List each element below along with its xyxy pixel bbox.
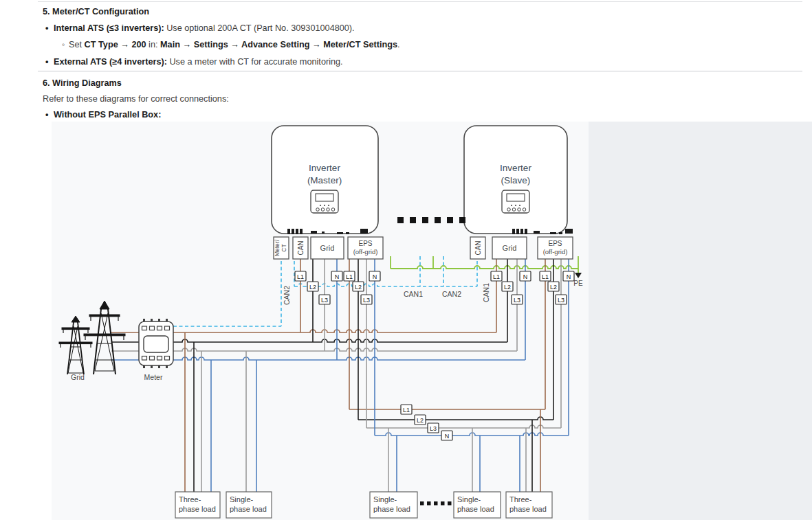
inverter-terminal-mark (512, 229, 515, 234)
conductor-tag-text: L2 (355, 284, 362, 291)
inverter-name: Inverter (500, 163, 531, 173)
conductor-tag: L2 (415, 415, 426, 425)
load-label-2: phase load (457, 505, 494, 513)
conductor-tag: L3 (512, 295, 523, 304)
load-label-1: Single- (457, 495, 481, 504)
conductor-tag: L3 (556, 295, 567, 304)
bullet-marker: • (45, 23, 54, 33)
ellipsis-dot (422, 217, 428, 223)
inverter-terminal-mark (322, 231, 325, 234)
conductor-tag-text: L1 (403, 407, 410, 414)
meter-port (150, 326, 155, 330)
port-can-label: CAN (474, 240, 482, 255)
load-boxes: Three- phase load Single- phase load Sin… (175, 492, 552, 518)
pe-label: PE (573, 280, 583, 287)
bullet-external-ats: •External ATS (≥4 inverters): Use a mete… (45, 57, 343, 67)
conductor-tag-text: L3 (321, 297, 328, 304)
load-label-1: Three- (509, 495, 532, 504)
inverter-terminal-mark (525, 229, 527, 234)
ellipsis-dots (397, 217, 465, 506)
bullet-text: Use a meter with CT for accurate monitor… (167, 57, 343, 67)
inverter-terminal-mark (516, 229, 519, 234)
inverter-terminal-mark (534, 231, 540, 234)
conductor-tag-text: L3 (558, 297, 564, 304)
tower-arm (62, 328, 89, 330)
tower-insulators (91, 317, 118, 321)
conductor-tag: L1 (295, 271, 306, 281)
load-label-1: Three- (179, 495, 201, 504)
sub-text-1: Set (69, 40, 85, 49)
inverter-slave: Inverter (Slave) (464, 126, 567, 234)
bullet-bold-text: Internal ATS (≤3 inverters): (54, 23, 164, 33)
load-label-2: phase load (179, 505, 216, 513)
meter-port (157, 326, 162, 330)
section-divider (38, 71, 802, 71)
display-dot (515, 205, 516, 206)
tower-arm (89, 315, 120, 317)
conductor-tag: N (563, 271, 574, 281)
meter-screen (144, 336, 168, 352)
section6-heading: 6. Wiring Diagrams (43, 78, 122, 88)
inverter-terminal-mark (565, 229, 573, 234)
meter-label: Meter (144, 373, 163, 381)
conductor-tag-text: L2 (417, 417, 424, 424)
conductor-tag-text: L2 (504, 284, 511, 291)
meter-port (157, 357, 162, 361)
conductor-tag-text: N (335, 273, 340, 280)
grid-label: Grid (71, 373, 85, 381)
conductor-tag-text: N (567, 273, 571, 280)
port-eps-label-2: (off-grid) (543, 248, 568, 256)
conductor-tag-text: L1 (346, 273, 353, 280)
ellipsis-dot (441, 501, 445, 506)
port-eps-label-1: EPS (548, 240, 562, 247)
load-label-2: phase load (230, 505, 267, 513)
meter-port (150, 357, 155, 361)
section6-intro: Refer to these diagrams for correct conn… (43, 94, 229, 104)
can1-riser-label: CAN1 (482, 283, 490, 302)
meter-port (142, 326, 147, 330)
port-eps-label-1: EPS (358, 240, 372, 247)
wire-run-pe (391, 266, 578, 269)
tower-insulators (63, 330, 88, 333)
conductor-tag-text: N (445, 433, 450, 440)
can2-riser-label: CAN2 (283, 286, 291, 305)
tower-peak (72, 316, 80, 322)
document-page: { "doc": { "markers": { "disc": "•", "ci… (0, 0, 812, 520)
meter (139, 319, 173, 368)
conductor-tag: N (369, 271, 380, 281)
display-dot (328, 205, 329, 206)
tower-legs (67, 322, 84, 374)
ellipsis-dot (397, 217, 404, 223)
inverter-terminal-mark (559, 232, 562, 234)
display-screen (507, 194, 525, 201)
sub-text-2: CT Type → 200 (85, 40, 146, 49)
wire-run-n (375, 433, 569, 436)
conductor-tag: L2 (353, 282, 364, 291)
tower-legs (94, 309, 116, 374)
conductor-tag-text: L1 (542, 273, 549, 280)
conductor-tag: L1 (344, 271, 355, 281)
inverter-name: Inverter (309, 163, 340, 173)
conductor-tag: N (331, 271, 342, 281)
bullet-marker: • (45, 57, 54, 67)
master-ports: Meter/ CT CAN Grid EPS (off-grid) (274, 237, 383, 259)
wiring-diagram: Grid Meter Inverter (Master) Inverter (S… (52, 122, 589, 520)
ellipsis-dot (459, 217, 465, 223)
inverter-terminal-mark (296, 229, 298, 234)
conductor-tag-text: L3 (430, 425, 437, 432)
conductor-tag-text: L2 (309, 284, 316, 291)
display-dot (519, 205, 520, 206)
conductor-tag: L3 (428, 423, 439, 433)
inverter-terminal-mark (520, 229, 523, 234)
inverter-terminal-mark (300, 229, 303, 234)
ellipsis-dot (447, 217, 453, 223)
sub-text-3: in: (146, 40, 160, 49)
ellipsis-dot (420, 501, 424, 506)
grid-tower-small (59, 316, 92, 374)
can2-label: CAN2 (442, 290, 461, 298)
conductor-tag: L2 (548, 282, 559, 291)
ellipsis-dot (434, 501, 438, 506)
conductor-tag: N (441, 431, 452, 440)
port-grid-label: Grid (320, 244, 335, 252)
display-dot (320, 205, 321, 206)
